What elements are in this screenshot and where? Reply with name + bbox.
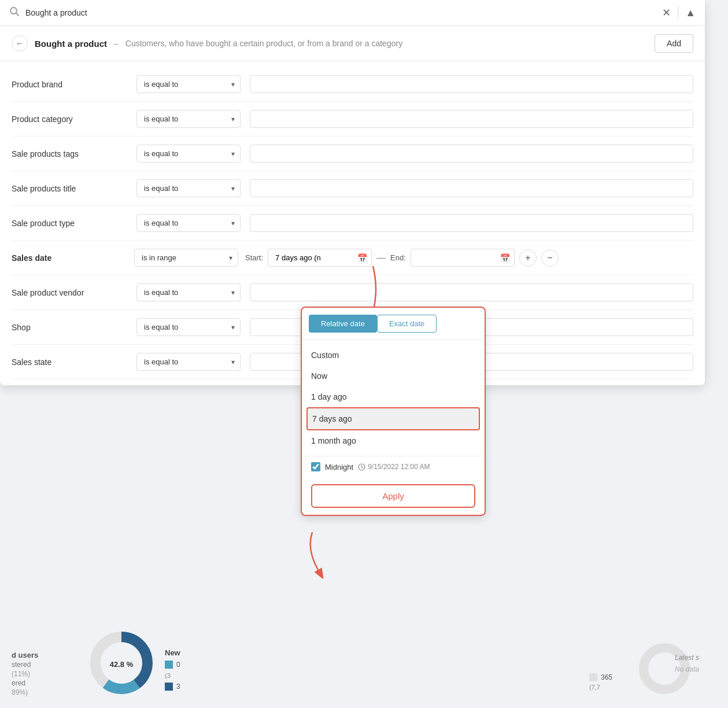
donut-pct-label: 42.8 %	[110, 659, 133, 668]
users-section: d users stered (11%) ered 89%)	[12, 651, 38, 696]
search-icon	[9, 6, 20, 19]
users-label: d users	[12, 651, 38, 659]
filter-label-product-category: Product category	[12, 115, 127, 124]
filter-condition-sale-product-type[interactable]: is equal to is not equal to contains	[136, 214, 241, 232]
stat-color-365	[589, 673, 597, 681]
filter-select-wrapper-product-brand: is equal to is not equal to contains	[136, 75, 241, 93]
exact-date-tab[interactable]: Exact date	[377, 315, 437, 333]
filter-select-wrapper-sales-state: is equal to is not equal to	[136, 353, 241, 371]
filter-select-wrapper-product-category: is equal to is not equal to contains	[136, 110, 241, 128]
range-inputs: Start: 📅 — End: 📅 + −	[245, 249, 693, 267]
range-dash: —	[376, 253, 386, 263]
legend-o-sub: (3	[165, 672, 180, 679]
legend-o: 0	[176, 661, 180, 669]
dashboard-bottom: d users stered (11%) ered 89%) 42.8 % Ne…	[0, 546, 728, 708]
midnight-time: 9/15/2022 12:00 AM	[358, 463, 430, 471]
filter-label-sales-state: Sales state	[12, 357, 127, 367]
filter-row-sale-products-title: Sale products title is equal to is not e…	[12, 171, 693, 206]
midnight-checkbox[interactable]	[311, 462, 320, 471]
filter-row-sale-product-type: Sale product type is equal to is not equ…	[12, 206, 693, 241]
filter-select-wrapper-sale-product-vendor: is equal to is not equal to	[136, 283, 241, 301]
svg-point-4	[10, 8, 17, 14]
search-bar: Bought a product ✕ ▲	[0, 0, 705, 26]
back-button[interactable]: ←	[12, 35, 28, 51]
option-1-day-ago[interactable]: 1 day ago	[302, 386, 485, 407]
no-data-label: No data	[675, 665, 699, 673]
apply-button[interactable]: Apply	[311, 484, 475, 508]
filter-label-sale-products-tags: Sale products tags	[12, 149, 127, 158]
filter-label-product-brand: Product brand	[12, 80, 127, 89]
start-label: Start:	[245, 253, 263, 262]
filter-select-wrapper-sale-products-tags: is equal to is not equal to contains	[136, 145, 241, 163]
filter-value-sale-products-tags[interactable]	[250, 145, 693, 163]
legend-color-1	[165, 661, 173, 669]
start-calendar-icon: 📅	[357, 253, 367, 263]
filter-condition-sales-state[interactable]: is equal to is not equal to	[136, 353, 241, 371]
apply-section: Apply	[302, 477, 485, 515]
filter-row-product-brand: Product brand is equal to is not equal t…	[12, 67, 693, 102]
filter-value-sale-products-title[interactable]	[250, 179, 693, 197]
search-input[interactable]: Bought a product	[25, 8, 656, 17]
filter-condition-shop[interactable]: is equal to is not equal to	[136, 318, 241, 336]
end-label: End:	[390, 253, 406, 262]
filter-condition-product-brand[interactable]: is equal to is not equal to contains	[136, 75, 241, 93]
filter-value-product-category[interactable]	[250, 110, 693, 128]
filter-label-sale-products-title: Sale products title	[12, 184, 127, 193]
start-date-input[interactable]	[268, 249, 372, 267]
date-tabs: Relative date Exact date	[302, 308, 485, 340]
option-custom[interactable]: Custom	[302, 345, 485, 366]
registered-label: stered	[12, 661, 38, 669]
legend: New 0 (3 3	[165, 648, 180, 691]
search-actions: ✕ ▲	[662, 6, 696, 20]
close-button[interactable]: ✕	[662, 6, 671, 19]
date-options: Custom Now 1 day ago 7 days ago 1 month …	[302, 340, 485, 456]
header-title: Bought a product	[35, 39, 107, 49]
midnight-label: Midnight	[325, 463, 353, 471]
expand-button[interactable]: ▲	[685, 7, 696, 19]
relative-date-tab[interactable]: Relative date	[309, 315, 377, 333]
filter-row-product-category: Product category is equal to is not equa…	[12, 102, 693, 137]
ered-pct: 89%)	[12, 688, 38, 696]
midnight-row: Midnight 9/15/2022 12:00 AM	[302, 456, 485, 477]
filter-condition-sale-products-title[interactable]: is equal to is not equal to contains	[136, 179, 241, 197]
end-calendar-icon: 📅	[500, 253, 510, 263]
ered-label: ered	[12, 679, 38, 687]
end-date-input[interactable]	[411, 249, 515, 267]
header-dash: –	[114, 39, 119, 48]
legend-3: 3	[176, 683, 180, 691]
filter-select-wrapper-sale-products-title: is equal to is not equal to contains	[136, 179, 241, 197]
divider	[678, 6, 678, 20]
filter-condition-sale-products-tags[interactable]: is equal to is not equal to contains	[136, 145, 241, 163]
filter-condition-product-category[interactable]: is equal to is not equal to contains	[136, 110, 241, 128]
option-1-month-ago[interactable]: 1 month ago	[302, 430, 485, 451]
remove-range-button[interactable]: −	[541, 249, 559, 267]
new-label: New	[165, 648, 180, 657]
filter-value-sale-product-vendor[interactable]	[250, 283, 693, 301]
filter-condition-sales-date[interactable]: is in range is equal to is before is aft…	[134, 249, 238, 267]
registered-pct: (11%)	[12, 670, 38, 678]
filter-select-wrapper-shop: is equal to is not equal to	[136, 318, 241, 336]
add-range-button[interactable]: +	[519, 249, 537, 267]
stat-77: (7,7	[589, 684, 612, 691]
end-date-box: 📅	[411, 249, 515, 267]
filter-row-sales-date: Sales date is in range is equal to is be…	[12, 241, 693, 275]
header-description: Customers, who have bought a certain pro…	[125, 39, 648, 48]
filter-label-sale-product-type: Sale product type	[12, 219, 127, 228]
option-7-days-ago[interactable]: 7 days ago	[306, 407, 480, 430]
date-dropdown: Relative date Exact date Custom Now 1 da…	[301, 307, 486, 516]
filter-value-sale-product-type[interactable]	[250, 214, 693, 232]
add-button[interactable]: Add	[655, 34, 693, 53]
donut-chart-section: 42.8 %	[87, 628, 156, 699]
filter-label-shop: Shop	[12, 323, 127, 332]
filter-select-wrapper-sales-date: is in range is equal to is before is aft…	[134, 249, 238, 267]
filter-row-sale-product-vendor: Sale product vendor is equal to is not e…	[12, 275, 693, 310]
filter-row-sale-products-tags: Sale products tags is equal to is not eq…	[12, 137, 693, 171]
latest-label: Latest s	[675, 654, 699, 662]
legend-color-2	[165, 683, 173, 691]
right-stats: 365 (7,7	[589, 673, 612, 691]
filter-value-product-brand[interactable]	[250, 75, 693, 93]
filter-label-sales-date: Sales date	[12, 253, 127, 263]
option-now[interactable]: Now	[302, 366, 485, 386]
filter-select-wrapper-sale-product-type: is equal to is not equal to contains	[136, 214, 241, 232]
filter-condition-sale-product-vendor[interactable]: is equal to is not equal to	[136, 283, 241, 301]
